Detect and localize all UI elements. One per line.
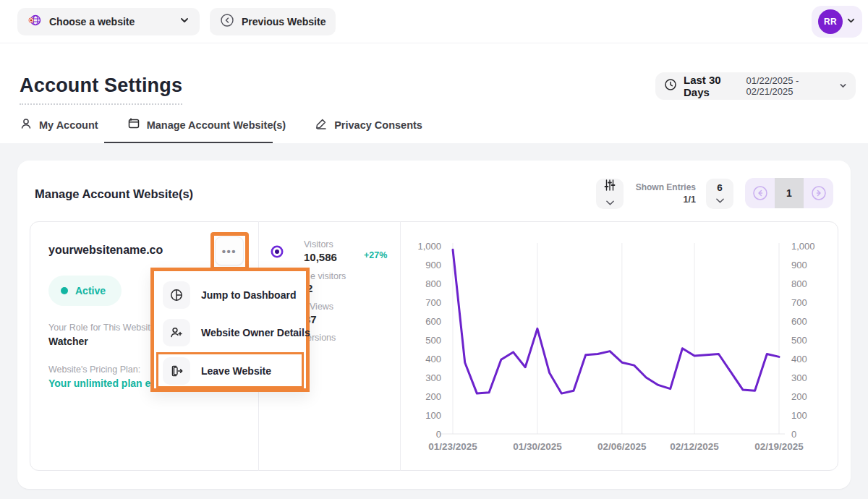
svg-text:200: 200 (791, 391, 807, 402)
svg-text:400: 400 (791, 354, 807, 364)
svg-text:800: 800 (791, 278, 807, 289)
website-actions-button[interactable]: ••• (215, 236, 244, 265)
svg-text:200: 200 (425, 391, 441, 402)
menu-item-label: Jump to Dashboard (201, 289, 296, 301)
page-size-value: 6 (717, 182, 723, 193)
visitors-value: 10,586 (304, 251, 337, 263)
plan-label: Website's Pricing Plan: (48, 364, 140, 375)
svg-text:500: 500 (425, 335, 441, 346)
plan-value: Your unlimited plan end (48, 378, 163, 389)
svg-text:700: 700 (425, 297, 441, 308)
dashboard-icon (163, 281, 190, 309)
svg-text:100: 100 (425, 410, 441, 421)
chevron-down-icon (716, 195, 724, 205)
svg-text:500: 500 (791, 335, 807, 346)
line-chart: 0010010020020030030040040050050060060070… (404, 236, 838, 469)
svg-text:02/12/2025: 02/12/2025 (670, 441, 719, 452)
role-label: Your Role for This Website: (48, 323, 158, 333)
status-dot-icon (61, 287, 68, 294)
tab-label: My Account (39, 119, 98, 131)
chevron-down-icon (606, 195, 614, 208)
views-label-fragment: Views (310, 302, 333, 312)
shown-entries-value: 1/1 (631, 195, 696, 205)
website-globe-icon (27, 13, 42, 30)
status-label: Active (75, 285, 106, 297)
date-range-filter[interactable]: Last 30 Days 01/22/2025 - 02/21/2025 (655, 72, 856, 100)
visitors-delta: +27% (364, 250, 387, 260)
svg-text:0: 0 (436, 429, 441, 440)
svg-text:600: 600 (791, 316, 807, 327)
tab-my-account[interactable]: My Account (20, 117, 98, 134)
choose-website-label: Choose a website (49, 16, 172, 27)
menu-item-label: Website Owner Details (201, 327, 310, 338)
website-name: yourwebsitename.co (48, 244, 163, 257)
tab-label: Manage Account Website(s) (147, 119, 286, 131)
svg-text:02/06/2025: 02/06/2025 (597, 441, 647, 452)
svg-text:400: 400 (425, 354, 441, 364)
filter-sort-button[interactable] (596, 179, 624, 209)
shown-entries-label: Shown Entries (631, 182, 696, 192)
svg-text:1,000: 1,000 (791, 241, 815, 252)
menu-item-leave-website[interactable]: Leave Website (154, 354, 306, 388)
svg-text:900: 900 (425, 260, 441, 270)
current-page: 1 (775, 178, 804, 208)
arrow-left-circle-icon (220, 13, 234, 30)
menu-item-label: Leave Website (201, 365, 271, 377)
tab-privacy-consents[interactable]: Privacy Consents (315, 117, 422, 134)
svg-text:300: 300 (425, 372, 441, 383)
svg-text:800: 800 (425, 278, 441, 289)
menu-item-jump-to-dashboard[interactable]: Jump to Dashboard (154, 278, 306, 312)
svg-text:900: 900 (791, 260, 807, 270)
tab-label: Privacy Consents (334, 119, 422, 131)
previous-website-label: Previous Website (242, 16, 326, 27)
menu-item-website-owner-details[interactable]: Website Owner Details (154, 316, 306, 349)
visitors-label: Visitors (304, 239, 333, 250)
conversions-label-fragment: ersions (307, 333, 336, 343)
account-menu[interactable]: RR (812, 6, 862, 38)
svg-text:01/30/2025: 01/30/2025 (513, 441, 562, 452)
chevron-down-icon (839, 80, 847, 93)
role-value: Watcher (48, 336, 88, 347)
user-icon (20, 117, 33, 132)
browser-icon (127, 117, 140, 132)
user-plus-icon (163, 319, 190, 346)
chevron-down-icon (846, 15, 856, 28)
unique-visitors-label-fragment: e visitors (310, 271, 346, 281)
previous-website-button[interactable]: Previous Website (210, 8, 336, 35)
leave-icon (163, 357, 190, 385)
svg-text:01/23/2025: 01/23/2025 (428, 441, 477, 452)
card-title: Manage Account Website(s) (35, 187, 193, 201)
status-badge: Active (48, 276, 122, 306)
page-size-dropdown[interactable]: 6 (706, 179, 733, 209)
svg-text:700: 700 (791, 297, 807, 308)
date-range-value: 01/22/2025 - 02/21/2025 (746, 75, 833, 97)
next-page-button[interactable] (804, 184, 833, 202)
svg-text:1,000: 1,000 (417, 241, 441, 252)
chevron-down-icon (179, 15, 190, 28)
svg-text:0: 0 (791, 429, 796, 440)
avatar: RR (818, 9, 843, 34)
website-actions-menu: Jump to Dashboard Website Owner Details … (150, 268, 310, 392)
visitors-chart: 0010010020020030030040040050050060060070… (404, 236, 838, 469)
clock-icon (664, 78, 677, 94)
svg-text:300: 300 (791, 372, 807, 383)
date-preset-label: Last 30 Days (684, 74, 739, 98)
prev-page-button[interactable] (745, 184, 775, 202)
choose-website-dropdown[interactable]: Choose a website (17, 8, 200, 35)
pencil-icon (315, 117, 328, 132)
svg-text:100: 100 (791, 410, 807, 421)
pagination: 1 (745, 178, 833, 208)
svg-text:02/19/2025: 02/19/2025 (754, 441, 804, 452)
top-bar: Choose a website Previous Website RR (0, 0, 868, 43)
shown-entries: Shown Entries 1/1 (631, 182, 696, 205)
column-divider (400, 221, 401, 471)
sliders-icon (603, 179, 616, 194)
svg-text:600: 600 (425, 316, 441, 327)
settings-tabs: My Account Manage Account Website(s) Pri… (20, 117, 422, 134)
visitors-icon (269, 244, 285, 263)
tab-manage-account-websites[interactable]: Manage Account Website(s) (127, 117, 286, 134)
page-title: Account Settings (20, 74, 182, 105)
